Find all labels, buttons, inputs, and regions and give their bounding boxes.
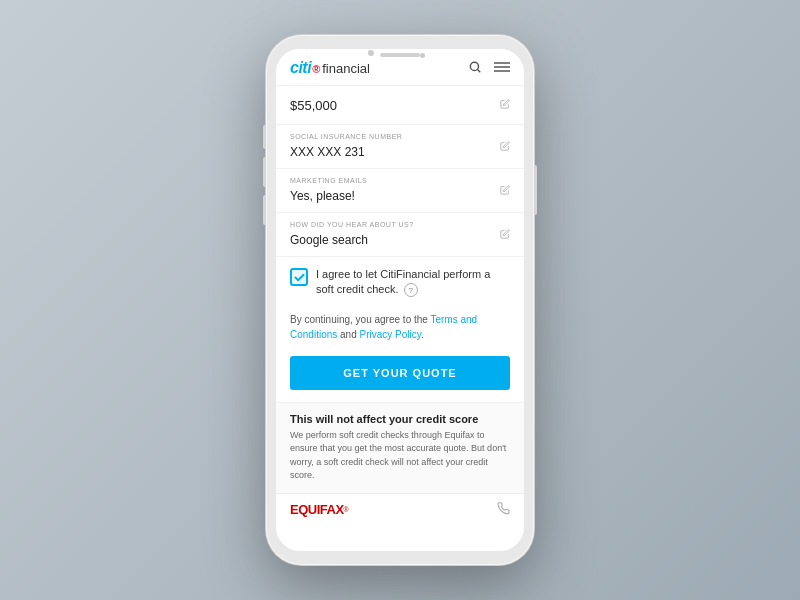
logo-citi: citi: [290, 59, 311, 77]
svg-line-1: [478, 69, 481, 72]
checkbox-box[interactable]: [290, 268, 308, 286]
credit-notice-title: This will not affect your credit score: [290, 413, 510, 425]
privacy-policy-link[interactable]: Privacy Policy: [360, 329, 422, 340]
marketing-emails-value: Yes, please!: [290, 189, 355, 203]
salary-field: $55,000: [276, 86, 524, 125]
svg-point-0: [470, 62, 478, 70]
side-button-volume-up: [263, 157, 266, 187]
credit-check-checkbox-section: I agree to let CitiFinancial perform a s…: [276, 257, 524, 308]
search-icon[interactable]: [468, 60, 482, 77]
social-insurance-field: SOCIAL INSURANCE NUMBER XXX XXX 231: [276, 125, 524, 169]
terms-text: By continuing, you agree to the Terms an…: [276, 308, 524, 352]
app-footer: EQUIFAX®: [276, 493, 524, 526]
side-button-mute: [263, 125, 266, 149]
phone-icon[interactable]: [497, 502, 510, 518]
header-icons: [468, 60, 510, 77]
side-button-power: [534, 165, 537, 215]
equifax-logo: EQUIFAX®: [290, 502, 349, 517]
form-content: $55,000 SOCIAL INSURANCE NUMBER XXX XXX …: [276, 86, 524, 551]
terms-middle: and: [337, 329, 359, 340]
logo: citi®financial: [290, 59, 370, 77]
credit-check-checkbox[interactable]: [290, 268, 308, 286]
equifax-text: EQUIFAX: [290, 502, 344, 517]
menu-icon[interactable]: [494, 60, 510, 77]
marketing-emails-edit-icon[interactable]: [500, 185, 510, 197]
logo-financial: financial: [322, 61, 370, 76]
marketing-emails-label: MARKETING EMAILS: [290, 177, 510, 184]
credit-notice: This will not affect your credit score W…: [276, 402, 524, 493]
app-screen: citi®financial: [276, 49, 524, 551]
salary-value: $55,000: [290, 98, 337, 113]
credit-notice-text: We perform soft credit checks through Eq…: [290, 429, 510, 483]
social-insurance-label: SOCIAL INSURANCE NUMBER: [290, 133, 510, 140]
help-icon[interactable]: ?: [404, 283, 418, 297]
marketing-emails-field: MARKETING EMAILS Yes, please!: [276, 169, 524, 213]
equifax-registered: ®: [344, 506, 349, 513]
side-button-volume-down: [263, 195, 266, 225]
terms-suffix: .: [421, 329, 424, 340]
how-heard-field: HOW DID YOU HEAR ABOUT US? Google search: [276, 213, 524, 257]
phone-frame: citi®financial: [266, 35, 534, 565]
logo-arc: ®: [312, 64, 320, 75]
social-insurance-edit-icon[interactable]: [500, 141, 510, 153]
how-heard-label: HOW DID YOU HEAR ABOUT US?: [290, 221, 510, 228]
social-insurance-value: XXX XXX 231: [290, 145, 365, 159]
get-quote-button[interactable]: GET YOUR QUOTE: [290, 356, 510, 390]
how-heard-edit-icon[interactable]: [500, 229, 510, 241]
app-header: citi®financial: [276, 49, 524, 86]
terms-prefix: By continuing, you agree to the: [290, 314, 430, 325]
salary-edit-icon[interactable]: [500, 99, 510, 111]
how-heard-value: Google search: [290, 233, 368, 247]
credit-check-label: I agree to let CitiFinancial perform a s…: [316, 267, 510, 298]
camera: [420, 53, 425, 58]
